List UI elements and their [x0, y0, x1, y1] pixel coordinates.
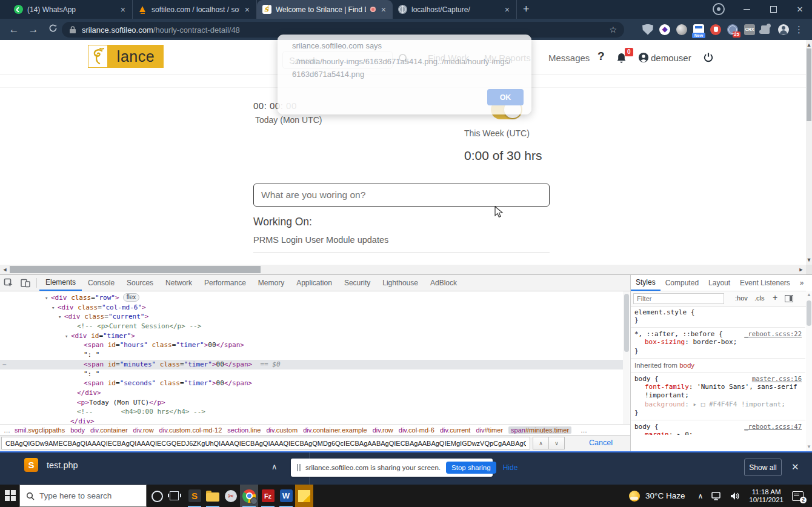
adblock-hand-extension-icon[interactable]	[710, 24, 721, 35]
gray-extension-icon[interactable]	[676, 24, 687, 35]
browser-tab[interactable]: (14) WhatsApp×	[8, 0, 133, 19]
breadcrumb-item[interactable]: div.container	[90, 426, 128, 434]
flex-badge[interactable]: flex	[123, 293, 140, 302]
hide-sharing-bar-link[interactable]: Hide	[503, 463, 518, 472]
extensions-puzzle-icon[interactable]	[761, 25, 770, 34]
code-line[interactable]: ▾<div id="timer">	[0, 331, 623, 341]
taskbar-sublime[interactable]: S	[185, 485, 204, 507]
minimize-button[interactable]	[734, 0, 759, 19]
cls-toggle[interactable]: .cls	[754, 294, 765, 302]
breadcrumb-overflow-left[interactable]: …	[4, 426, 11, 434]
code-line[interactable]: ▾<div class="current">	[0, 312, 623, 322]
back-button[interactable]: ←	[7, 23, 21, 36]
devtools-tab-sources[interactable]: Sources	[121, 275, 159, 291]
browser-tab[interactable]: softileo.com / localhost / softileo×	[133, 0, 257, 19]
device-toolbar-icon[interactable]	[21, 278, 30, 288]
tab-close-icon[interactable]: ×	[119, 5, 127, 14]
styles-scrollbar[interactable]: ▲ ▼	[806, 291, 812, 451]
tray-chevron-icon[interactable]: ∧	[698, 492, 704, 500]
styles-tab-layout[interactable]: Layout	[704, 276, 735, 291]
styles-scroll-thumb[interactable]	[807, 300, 811, 326]
breadcrumb-item[interactable]: span#minutes.timer	[508, 426, 571, 434]
css-property[interactable]: background: ▸ □ #F4F4F4 !important;	[634, 400, 802, 409]
media-controls-button[interactable]	[713, 3, 725, 15]
tab-close-icon[interactable]: ×	[380, 5, 387, 14]
expand-arrow-icon[interactable]: ▾	[58, 313, 64, 322]
code-line[interactable]: ▾<div class="row">flex	[0, 293, 623, 303]
code-line[interactable]: <!-- <p>Current Session</p> -->	[0, 322, 623, 331]
taskbar-word[interactable]: W	[277, 485, 295, 507]
hov-toggle[interactable]: :hov	[735, 294, 748, 302]
css-property[interactable]: font-family: 'Nunito Sans', sans-serif !…	[634, 383, 802, 400]
breadcrumb-item[interactable]: div.row	[373, 426, 393, 434]
browser-tab[interactable]: localhost/Capture/×	[393, 0, 517, 19]
devtools-tab-security[interactable]: Security	[338, 275, 376, 291]
styles-filter-input[interactable]	[633, 293, 724, 304]
reload-button[interactable]	[46, 23, 59, 36]
weather-label[interactable]: 30°C Haze	[645, 491, 685, 500]
browser-menu-icon[interactable]: ⋮	[794, 24, 804, 35]
breadcrumb-item[interactable]: div.current	[440, 426, 471, 434]
stylesheet-link[interactable]: _reboot.scss:22	[744, 330, 802, 337]
code-line[interactable]: ▾<div class="col-md-6">	[0, 303, 623, 313]
elements-scroll-thumb[interactable]	[624, 294, 629, 352]
scroll-left-icon[interactable]: ◄	[0, 265, 10, 274]
page-vertical-scrollbar[interactable]: ▲ ▼	[806, 40, 812, 265]
forward-button[interactable]: →	[27, 23, 40, 36]
code-line[interactable]: ": "	[0, 350, 623, 360]
devtools-tab-console[interactable]: Console	[82, 275, 121, 291]
find-input[interactable]	[1, 437, 530, 449]
breadcrumb-item[interactable]: div.col-md-6	[399, 426, 434, 434]
find-previous-button[interactable]: ∧	[533, 437, 549, 449]
styles-scroll-down-icon[interactable]: ▼	[806, 444, 812, 449]
breadcrumb-item[interactable]: div.custom.col-md-12	[159, 426, 222, 434]
taskbar-explorer[interactable]	[204, 485, 222, 507]
tab-close-icon[interactable]: ×	[504, 5, 511, 14]
devtools-tab-performance[interactable]: Performance	[198, 275, 252, 291]
scroll-down-icon[interactable]: ▼	[804, 255, 812, 265]
chevron-up-icon[interactable]: ∧	[271, 462, 278, 471]
taskbar-snipping-tool[interactable]: ✂	[222, 485, 240, 507]
show-all-button[interactable]: Show all	[744, 459, 782, 476]
styles-scroll-up-icon[interactable]: ▲	[806, 292, 812, 297]
breadcrumb-item[interactable]: div.row	[133, 426, 154, 434]
bookmark-star-icon[interactable]: ☆	[609, 25, 617, 35]
code-line[interactable]: </div>	[0, 417, 623, 424]
browser-tab[interactable]: Welcome to Srilance | Find D×	[257, 0, 393, 19]
code-line[interactable]: <span id="seconds" class="timer">00</spa…	[0, 379, 623, 388]
profile-avatar[interactable]	[778, 24, 789, 35]
devtools-tab-memory[interactable]: Memory	[252, 275, 290, 291]
code-line[interactable]: ⋯<span id="minutes" class="timer">00</sp…	[0, 360, 623, 369]
elements-scrollbar[interactable]	[623, 291, 630, 424]
vscroll-thumb[interactable]	[807, 48, 811, 121]
expand-arrow-icon[interactable]: ▾	[45, 294, 51, 303]
shield-extension-icon[interactable]	[642, 24, 653, 35]
task-input[interactable]	[253, 184, 550, 207]
logout-power-icon[interactable]	[703, 52, 714, 65]
styles-tab--[interactable]: »	[795, 276, 809, 291]
breadcrumb-item[interactable]: section.line	[227, 426, 261, 434]
breadcrumb-item[interactable]: body	[70, 426, 85, 434]
new-badge-extension-icon[interactable]: New	[693, 24, 704, 35]
taskbar-filezilla[interactable]: Fz	[259, 485, 277, 507]
breadcrumb-item[interactable]: smil.svgclippaths	[15, 426, 65, 434]
breadcrumb-item[interactable]: div#timer	[476, 426, 503, 434]
devtools-tab-application[interactable]: Application	[290, 275, 338, 291]
sublime-file-item[interactable]: S test.php	[24, 458, 78, 472]
purple-extension-icon[interactable]	[659, 24, 670, 35]
user-avatar-icon[interactable]	[638, 52, 649, 65]
devtools-tab-elements[interactable]: Elements	[39, 275, 82, 291]
expand-arrow-icon[interactable]: ▾	[65, 332, 71, 342]
breadcrumb-item[interactable]: div.container.example	[303, 426, 367, 434]
crx-extension-icon[interactable]: CRX	[744, 24, 755, 35]
dialog-ok-button[interactable]: OK	[487, 89, 524, 105]
globe-extension-icon[interactable]: 25	[727, 24, 738, 35]
find-next-button[interactable]: ∨	[548, 437, 565, 449]
nav-messages[interactable]: Messages	[548, 53, 590, 63]
tab-close-icon[interactable]: ×	[244, 5, 251, 14]
help-button[interactable]: ?	[597, 50, 605, 63]
start-button[interactable]	[5, 490, 16, 501]
stop-sharing-button[interactable]: Stop sharing	[446, 462, 496, 474]
page-horizontal-scrollbar[interactable]: ◄ ►	[0, 265, 806, 274]
maximize-button[interactable]	[761, 0, 785, 19]
